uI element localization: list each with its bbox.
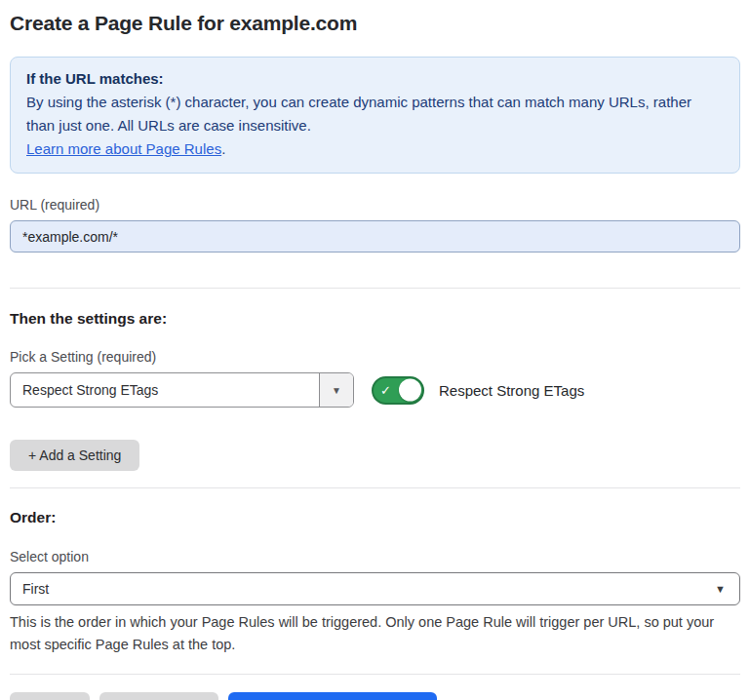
check-icon: ✓ <box>380 384 391 397</box>
divider <box>10 487 740 488</box>
info-box-heading: If the URL matches: <box>26 67 724 91</box>
order-select-value: First <box>22 581 715 597</box>
page-title: Create a Page Rule for example.com <box>10 12 740 35</box>
pick-setting-label: Pick a Setting (required) <box>10 349 740 365</box>
setting-select-arrow-button[interactable]: ▼ <box>319 373 353 407</box>
setting-select[interactable]: Respect Strong ETags ▼ <box>10 372 354 408</box>
info-box-body-text: By using the asterisk (*) character, you… <box>26 94 691 134</box>
save-as-draft-button[interactable]: Save as Draft <box>99 692 219 700</box>
divider <box>10 288 740 289</box>
setting-row: Respect Strong ETags ▼ ✓ Respect Strong … <box>10 372 740 408</box>
setting-select-value: Respect Strong ETags <box>11 373 319 407</box>
url-field-label: URL (required) <box>10 197 740 213</box>
actions-row: Cancel Save as Draft Save and Deploy Pag… <box>10 692 740 700</box>
chevron-down-icon: ▼ <box>715 583 726 595</box>
respect-strong-etags-toggle[interactable]: ✓ <box>372 376 424 405</box>
divider <box>10 674 740 675</box>
toggle-knob <box>399 379 421 402</box>
learn-more-link[interactable]: Learn more about Page Rules <box>26 140 221 157</box>
url-match-info-box: If the URL matches: By using the asteris… <box>10 57 740 174</box>
add-setting-button[interactable]: + Add a Setting <box>10 440 139 471</box>
settings-section-heading: Then the settings are: <box>10 310 740 328</box>
cancel-button[interactable]: Cancel <box>10 692 90 700</box>
save-and-deploy-button[interactable]: Save and Deploy Page Rule <box>228 692 437 700</box>
info-box-body: By using the asterisk (*) character, you… <box>26 91 724 137</box>
order-select[interactable]: First ▼ <box>10 572 740 605</box>
chevron-down-icon: ▼ <box>332 385 341 396</box>
order-help-text: This is the order in which your Page Rul… <box>10 611 740 656</box>
setting-toggle-wrap: ✓ Respect Strong ETags <box>372 376 584 405</box>
link-suffix: . <box>221 140 225 157</box>
toggle-label: Respect Strong ETags <box>439 382 584 399</box>
info-box-link-line: Learn more about Page Rules. <box>26 137 724 161</box>
order-section-heading: Order: <box>10 509 740 526</box>
url-input[interactable] <box>10 220 740 253</box>
order-select-label: Select option <box>10 549 740 564</box>
